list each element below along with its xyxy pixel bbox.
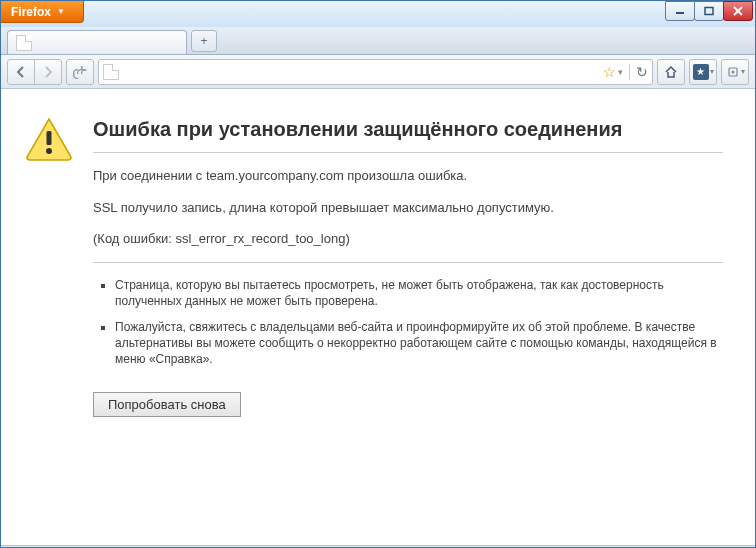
status-bar (1, 545, 755, 547)
firefox-window: Firefox ▼ + ☆ ▾ ↻ (0, 0, 756, 548)
error-line-2: SSL получило запись, длина которой превы… (93, 199, 723, 217)
error-code: (Код ошибки: ssl_error_rx_record_too_lon… (93, 230, 723, 248)
close-button[interactable] (723, 1, 753, 21)
error-bullet-list: Страница, которую вы пытаетесь просмотре… (93, 277, 723, 368)
link-icon-button[interactable] (66, 59, 94, 85)
separator (629, 64, 630, 80)
home-button[interactable] (657, 59, 685, 85)
url-bar[interactable]: ☆ ▾ ↻ (98, 59, 653, 85)
svg-rect-1 (705, 8, 713, 15)
maximize-button[interactable] (694, 1, 724, 21)
page-content: Ошибка при установлении защищённого соед… (1, 89, 755, 545)
tab-strip: + (1, 27, 755, 55)
forward-button[interactable] (34, 59, 62, 85)
error-title: Ошибка при установлении защищённого соед… (93, 117, 723, 142)
nav-toolbar: ☆ ▾ ↻ ★▾ ▾ (1, 55, 755, 89)
warning-icon (25, 117, 73, 417)
reload-button[interactable]: ↻ (636, 64, 648, 80)
url-input[interactable] (123, 65, 599, 79)
error-body: Ошибка при установлении защищённого соед… (93, 117, 723, 417)
bookmarks-button[interactable]: ★▾ (689, 59, 717, 85)
new-tab-button[interactable]: + (191, 30, 217, 52)
window-controls (666, 1, 753, 21)
error-bullet: Пожалуйста, свяжитесь с владельцами веб-… (115, 319, 723, 368)
urlbar-right: ☆ ▾ ↻ (603, 64, 648, 80)
error-line-1: При соединении с team.yourcompany.com пр… (93, 167, 723, 185)
extensions-button[interactable]: ▾ (721, 59, 749, 85)
svg-rect-6 (47, 131, 52, 145)
app-menu-button[interactable]: Firefox ▼ (1, 1, 84, 23)
divider (93, 152, 723, 153)
retry-button[interactable]: Попробовать снова (93, 392, 241, 417)
titlebar: Firefox ▼ (1, 1, 755, 27)
svg-point-5 (731, 70, 734, 73)
bookmark-star-icon[interactable]: ☆ (603, 64, 616, 80)
chevron-down-icon: ▾ (710, 67, 714, 76)
page-icon (103, 64, 119, 80)
back-button[interactable] (7, 59, 35, 85)
divider (93, 262, 723, 263)
nav-button-group (7, 59, 62, 85)
error-bullet: Страница, которую вы пытаетесь просмотре… (115, 277, 723, 309)
page-icon (16, 35, 32, 51)
dropdown-icon[interactable]: ▾ (618, 67, 623, 77)
chevron-down-icon: ▾ (741, 67, 745, 76)
svg-point-7 (46, 148, 52, 154)
minimize-button[interactable] (665, 1, 695, 21)
error-container: Ошибка при установлении защищённого соед… (25, 117, 723, 417)
browser-tab[interactable] (7, 30, 187, 54)
chevron-down-icon: ▼ (57, 7, 65, 16)
bookmarks-icon: ★ (693, 64, 709, 80)
app-menu-label: Firefox (11, 5, 51, 19)
